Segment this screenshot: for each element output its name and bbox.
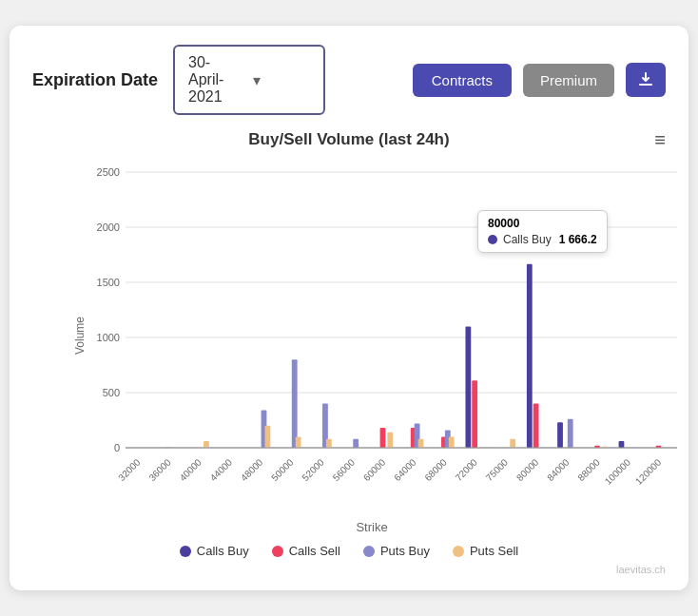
legend-dot [272, 546, 283, 557]
svg-rect-16 [265, 426, 271, 448]
top-bar: Expiration Date 30-April-2021 ▾ Contract… [32, 45, 666, 115]
svg-text:60000: 60000 [361, 456, 388, 483]
chart-header: Buy/Sell Volume (last 24h) ≡ [32, 130, 666, 149]
legend-label: Puts Buy [380, 544, 430, 558]
svg-rect-35 [557, 422, 563, 448]
svg-rect-39 [619, 441, 625, 448]
premium-button[interactable]: Premium [523, 64, 614, 97]
date-value: 30-April-2021 [188, 54, 245, 106]
download-button[interactable] [626, 63, 666, 97]
svg-rect-32 [510, 439, 515, 448]
svg-text:72000: 72000 [454, 456, 480, 483]
svg-text:52000: 52000 [300, 456, 326, 483]
svg-text:50000: 50000 [269, 456, 296, 483]
svg-text:44000: 44000 [208, 456, 235, 483]
legend-dot [453, 546, 464, 557]
bar-chart: 0500100015002000250032000360004000044000… [78, 153, 687, 514]
svg-rect-26 [418, 439, 424, 448]
chart-title: Buy/Sell Volume (last 24h) [32, 130, 666, 149]
legend-item: Calls Sell [272, 544, 340, 558]
legend-label: Calls Buy [197, 544, 249, 558]
svg-text:64000: 64000 [392, 456, 418, 483]
svg-rect-0 [639, 84, 652, 86]
svg-text:0: 0 [114, 442, 120, 453]
svg-text:40000: 40000 [178, 456, 204, 483]
date-dropdown[interactable]: 30-April-2021 ▾ [173, 45, 325, 115]
svg-rect-22 [380, 428, 386, 448]
svg-rect-18 [296, 436, 301, 448]
svg-rect-29 [449, 436, 455, 448]
svg-text:68000: 68000 [422, 456, 449, 483]
svg-text:75000: 75000 [484, 456, 511, 483]
svg-text:32000: 32000 [116, 456, 143, 483]
contracts-button[interactable]: Contracts [413, 64, 512, 97]
svg-rect-36 [568, 419, 573, 448]
main-card: Expiration Date 30-April-2021 ▾ Contract… [10, 26, 688, 590]
svg-text:36000: 36000 [146, 456, 173, 483]
svg-rect-20 [326, 439, 332, 448]
svg-rect-34 [533, 404, 539, 448]
svg-text:56000: 56000 [331, 456, 358, 483]
svg-rect-30 [465, 326, 471, 448]
svg-rect-31 [472, 380, 477, 448]
watermark: laevitas.ch [32, 564, 666, 575]
hamburger-icon[interactable]: ≡ [654, 129, 666, 151]
svg-text:2000: 2000 [97, 221, 120, 233]
svg-rect-21 [353, 439, 359, 448]
svg-text:500: 500 [103, 387, 120, 398]
legend-dot [363, 546, 375, 557]
svg-text:1500: 1500 [97, 277, 120, 288]
legend-dot [180, 546, 191, 557]
svg-text:100000: 100000 [603, 456, 633, 487]
legend-item: Calls Buy [180, 544, 249, 558]
svg-text:1000: 1000 [97, 332, 120, 343]
chart-area: Volume 050010001500200025003200036000400… [32, 153, 666, 534]
legend: Calls BuyCalls SellPuts BuyPuts Sell [32, 544, 666, 558]
svg-rect-23 [387, 433, 393, 448]
svg-text:88000: 88000 [575, 456, 602, 483]
y-axis-label: Volume [73, 317, 87, 355]
x-axis-label: Strike [78, 520, 666, 534]
svg-text:120000: 120000 [633, 456, 664, 487]
chevron-down-icon: ▾ [253, 71, 310, 89]
svg-rect-33 [527, 264, 533, 448]
svg-text:48000: 48000 [239, 456, 265, 483]
legend-item: Puts Sell [453, 544, 518, 558]
svg-rect-14 [204, 441, 209, 448]
download-icon [637, 71, 654, 88]
legend-label: Calls Sell [289, 544, 340, 558]
svg-text:80000: 80000 [514, 456, 541, 483]
legend-item: Puts Buy [363, 544, 430, 558]
legend-label: Puts Sell [470, 544, 518, 558]
expiration-label: Expiration Date [32, 70, 158, 90]
svg-text:84000: 84000 [545, 456, 572, 483]
svg-rect-17 [292, 359, 298, 448]
svg-text:2500: 2500 [97, 166, 120, 178]
